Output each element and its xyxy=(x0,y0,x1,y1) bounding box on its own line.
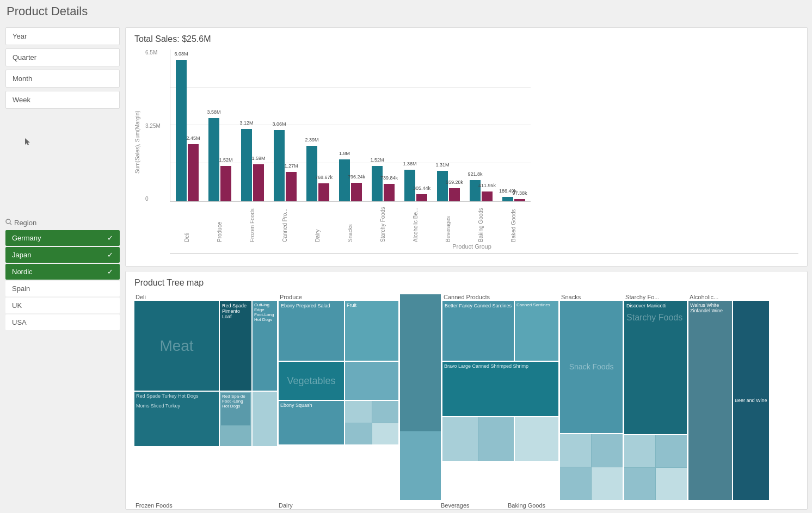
x-label-1: Produce xyxy=(208,204,231,242)
y-axis-label: Sum(Sales), Sum(Margin) xyxy=(134,50,145,234)
deli-red-spade-item: Red Spade Pimento Loaf xyxy=(220,301,251,391)
alcoholic-section: Alcoholic... Walrus White Zinfandel Wine… xyxy=(688,293,769,500)
frozen-header: Frozen Foods xyxy=(134,502,276,509)
bar-group-dairy: 2.39M768.67k xyxy=(306,146,329,201)
bar-group-starchy-foods: 1.52M739.84k xyxy=(372,166,395,201)
bar-sales-2[interactable]: 3.12M xyxy=(241,129,252,201)
starchy-body: Discover Manicotti Starchy Foods xyxy=(624,301,687,500)
bar-margin-6[interactable]: 739.84k xyxy=(384,184,395,201)
bar-sales-4[interactable]: 2.39M xyxy=(306,146,317,201)
mini-bar-sales-2 xyxy=(241,253,252,254)
bar-margin-label-2: 1.59M xyxy=(251,156,265,161)
bar-margin-5[interactable]: 796.24k xyxy=(351,183,362,201)
bar-margin-7[interactable]: 305.44k xyxy=(416,194,427,201)
baking-t1 xyxy=(507,509,539,510)
produce-tiny4 xyxy=(372,423,399,445)
bar-sales-10[interactable]: 186.49k xyxy=(502,197,513,201)
mini-bar-margin-4 xyxy=(318,253,329,254)
mini-bar-group-3 xyxy=(274,253,297,254)
x-label-3: Canned Pro... xyxy=(273,204,296,242)
region-item-spain[interactable]: Spain xyxy=(5,281,120,296)
snacks-header: Snacks xyxy=(560,293,623,301)
mini-bar-margin-1 xyxy=(220,253,231,254)
region-item-nordic[interactable]: Nordic ✓ xyxy=(5,264,120,280)
deli-section: Deli Meat Red Spade Pimento Loaf Cutt-in… xyxy=(134,293,277,500)
bar-sales-6[interactable]: 1.52M xyxy=(372,166,383,201)
bar-margin-label-4: 768.67k xyxy=(315,175,333,180)
bar-sales-1[interactable]: 3.58M xyxy=(208,118,219,201)
produce-vegetables: Vegetables xyxy=(279,362,344,400)
bar-margin-label-5: 796.24k xyxy=(348,174,365,180)
x-label-9: Baking Goods xyxy=(469,204,492,242)
produce-ebony-salad: Ebony Prepared Salad xyxy=(279,301,344,361)
mini-bar-margin-3 xyxy=(286,253,297,254)
empty-sidebar-area xyxy=(0,116,125,214)
month-filter-button[interactable]: Month xyxy=(5,70,120,88)
bar-sales-8[interactable]: 1.31M xyxy=(437,171,448,201)
quarter-filter-button[interactable]: Quarter xyxy=(5,48,120,66)
mini-bar-group-4 xyxy=(306,253,329,254)
week-filter-button[interactable]: Week xyxy=(5,91,120,109)
mini-bar-group-10 xyxy=(502,253,525,254)
bar-margin-label-10: 97.38k xyxy=(512,190,527,196)
frozen-section: Frozen Foods Imagine Popsicles Big Time … xyxy=(134,502,276,510)
bar-margin-label-6: 739.84k xyxy=(380,175,398,181)
mini-bar-group-6 xyxy=(372,253,395,254)
region-item-usa[interactable]: USA xyxy=(5,314,120,330)
bar-margin-2[interactable]: 1.59M xyxy=(253,164,264,201)
frozen-mini-top xyxy=(400,294,441,431)
mini-bar-group-9 xyxy=(470,253,493,254)
x-label-4: Dairy xyxy=(306,204,329,242)
dairy-section: Dairy Dairy xyxy=(278,502,438,510)
mini-bar-margin-10 xyxy=(514,253,525,254)
region-label: Region xyxy=(14,219,36,227)
bar-sales-0[interactable]: 6.08M xyxy=(176,60,187,201)
x-label-2: Frozen Foods xyxy=(241,204,263,242)
mini-chart[interactable] xyxy=(170,253,798,254)
sidebar: Year Quarter Month Week Region Germany ✓ xyxy=(0,23,125,513)
treemap-container: Product Tree map Deli Meat Red Spade Pim… xyxy=(125,271,808,510)
bar-margin-9[interactable]: 411.95k xyxy=(482,191,493,201)
mini-bar-group-2 xyxy=(241,253,264,254)
x-label-5: Snacks xyxy=(339,204,361,242)
mini-bar-margin-7 xyxy=(416,253,427,254)
bar-chart-container: Total Sales: $25.6M Sum(Sales), Sum(Marg… xyxy=(125,27,808,267)
starchy-header: Starchy Fo... xyxy=(624,293,687,301)
year-filter-button[interactable]: Year xyxy=(5,27,120,45)
check-icon: ✓ xyxy=(107,251,113,259)
mini-bar-sales-10 xyxy=(502,253,513,254)
starchy-tiny2 xyxy=(656,435,687,467)
region-section: Region Germany ✓ Japan ✓ Nordic ✓ Spain xyxy=(0,214,125,513)
beverages-body: subze rello botto xyxy=(440,509,505,510)
x-label-8: Beverages xyxy=(436,204,459,242)
chart-title: Total Sales: $25.6M xyxy=(134,34,798,44)
search-icon xyxy=(5,219,12,227)
bar-sales-3[interactable]: 3.06M xyxy=(274,130,285,201)
mini-bar-sales-6 xyxy=(372,253,383,254)
bar-sales-label-5: 1.8M xyxy=(339,151,350,156)
bar-margin-label-8: 559.28k xyxy=(446,180,463,185)
region-item-germany[interactable]: Germany ✓ xyxy=(5,230,120,246)
region-search[interactable]: Region xyxy=(5,219,120,227)
bar-margin-3[interactable]: 1.27M xyxy=(286,172,297,201)
produce-tiny2 xyxy=(372,401,399,423)
region-item-uk[interactable]: UK xyxy=(5,298,120,313)
canned-section: Canned Products Better Fancy Canned Sard… xyxy=(442,293,558,500)
bar-sales-5[interactable]: 1.8M xyxy=(339,159,350,201)
deli-cutting-edge-item: Cutt-ing Edge Foot-Long Hot Dogs xyxy=(253,301,277,391)
dairy-tiny2 xyxy=(417,509,439,510)
alcoholic-header: Alcoholic... xyxy=(688,293,769,301)
bar-group-frozen-foods: 3.12M1.59M xyxy=(241,129,264,201)
mini-bar-group-7 xyxy=(404,253,427,254)
bar-margin-8[interactable]: 559.28k xyxy=(449,188,460,201)
bar-margin-4[interactable]: 768.67k xyxy=(318,183,329,201)
chart-with-ticks: 6.5M 3.25M 0 6.08M2.45M3.58M1.52M3.12M1.… xyxy=(145,50,798,202)
bar-margin-1[interactable]: 1.52M xyxy=(220,166,231,201)
produce-fruit: Fruit xyxy=(345,301,398,361)
snacks-small-grid xyxy=(560,434,623,500)
frozen-mini-section xyxy=(400,293,441,500)
mini-bar-margin-9 xyxy=(482,253,493,254)
region-item-japan[interactable]: Japan ✓ xyxy=(5,247,120,263)
bar-margin-10[interactable]: 97.38k xyxy=(514,199,525,201)
bar-margin-0[interactable]: 2.45M xyxy=(188,144,199,201)
